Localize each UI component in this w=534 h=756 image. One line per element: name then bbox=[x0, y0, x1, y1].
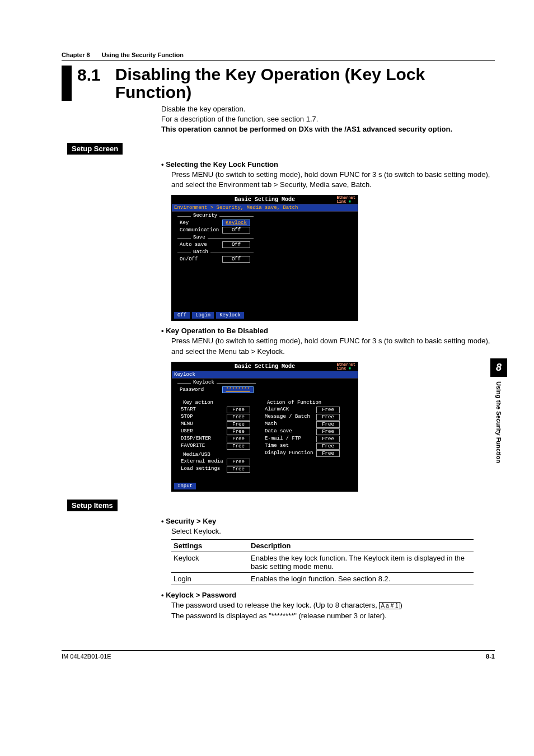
bullet-body: Select Keylock. bbox=[171, 526, 495, 537]
ss2-row-password: Password ******** bbox=[177, 386, 256, 393]
running-header: Chapter 8 Using the Security Function bbox=[62, 52, 495, 61]
footer-doc-id: IM 04L42B01-01E bbox=[62, 653, 111, 660]
table-row: Login Enables the login function. See se… bbox=[171, 572, 474, 585]
side-tab-number: 8 bbox=[490, 358, 507, 377]
setup-items-heading: Setup Items bbox=[67, 500, 118, 511]
ss2-body: Keylock Password ******** Key action STA… bbox=[172, 379, 358, 481]
section-number: 8.1 bbox=[77, 66, 101, 101]
bullet-body: Press MENU (to switch to setting mode), … bbox=[171, 170, 495, 191]
char-types-icon: A a # 1 bbox=[379, 602, 400, 609]
side-tab-text: Using the Security Function bbox=[495, 381, 502, 463]
ss2-left-col: Key action STARTFree STOPFree MENUFree U… bbox=[177, 398, 250, 473]
ss1-group-batch: Batch On/Off Off bbox=[177, 253, 254, 263]
ss2-softkeys: Input bbox=[172, 481, 358, 491]
th-description: Description bbox=[249, 539, 474, 552]
softkey-input[interactable]: Input bbox=[174, 483, 196, 489]
ethernet-indicator: Ethernet Link ■ bbox=[336, 196, 355, 204]
section-title: Disabling the Key Operation (Key Lock Fu… bbox=[115, 66, 495, 101]
ss1-row-onoff: On/Off Off bbox=[177, 256, 254, 263]
ss1-softkeys: Off Login Keylock bbox=[172, 310, 358, 320]
ss2-group-keylock: Keylock Password ******** bbox=[177, 383, 256, 393]
ss1-breadcrumb: Environment > Security, Media save, Batc… bbox=[172, 204, 358, 212]
side-tab: 8 Using the Security Function bbox=[490, 358, 507, 463]
softkey-login[interactable]: Login bbox=[192, 312, 214, 319]
bullet-keylock-password: Keylock > Password The password used to … bbox=[161, 591, 495, 622]
softkey-off[interactable]: Off bbox=[174, 312, 190, 319]
chapter-title: Using the Security Function bbox=[102, 52, 184, 58]
ss2-breadcrumb: Keylock bbox=[172, 371, 358, 379]
settings-table: Settings Description Keylock Enables the… bbox=[171, 539, 474, 585]
bullet-head: Keylock > Password bbox=[161, 591, 495, 599]
bullet-keyop-disable: Key Operation to Be Disabled Press MENU … bbox=[161, 326, 495, 357]
intro-line2: For a description of the function, see s… bbox=[161, 114, 495, 124]
setup-screen-heading: Setup Screen bbox=[67, 143, 123, 155]
intro-line1: Disable the key operation. bbox=[161, 104, 495, 114]
ethernet-indicator: Ethernet Link ■ bbox=[336, 363, 355, 371]
screenshot-basic-setting-2: Basic Setting Mode Ethernet Link ■ Keylo… bbox=[171, 362, 358, 492]
intro-line3: This operation cannot be performed on DX… bbox=[161, 124, 495, 134]
ss2-right-col: Action of Function AlarmACKFree Message … bbox=[261, 398, 340, 473]
bullet-select-keylock: Selecting the Key Lock Function Press ME… bbox=[161, 160, 495, 191]
bullet-security-key: Security > Key Select Keylock. bbox=[161, 517, 495, 537]
ss1-row-comm: Communication Off bbox=[177, 227, 254, 234]
footer-page-number: 8-1 bbox=[486, 653, 495, 660]
table-row: Keylock Enables the key lock function. T… bbox=[171, 552, 474, 572]
th-settings: Settings bbox=[171, 539, 249, 552]
softkey-keylock[interactable]: Keylock bbox=[216, 312, 244, 319]
bullet-head: Security > Key bbox=[161, 517, 495, 525]
ss2-title: Basic Setting Mode Ethernet Link ■ bbox=[172, 362, 358, 371]
ss1-body: Security Key Keylock Communication Off S… bbox=[172, 212, 358, 310]
page-footer: IM 04L42B01-01E 8-1 bbox=[62, 650, 495, 660]
bullet-body: The password used to release the key loc… bbox=[171, 600, 495, 622]
intro-paragraph: Disable the key operation. For a descrip… bbox=[161, 104, 495, 135]
ss1-row-autosave: Auto save Off bbox=[177, 241, 254, 248]
ss1-group-save: Save Auto save Off bbox=[177, 238, 254, 248]
bullet-head: Key Operation to Be Disabled bbox=[161, 326, 495, 335]
section-heading: 8.1 Disabling the Key Operation (Key Loc… bbox=[62, 66, 495, 101]
ss1-title: Basic Setting Mode Ethernet Link ■ bbox=[172, 195, 358, 204]
heading-bar-icon bbox=[62, 66, 72, 101]
screenshot-basic-setting-1: Basic Setting Mode Ethernet Link ■ Envir… bbox=[171, 195, 358, 321]
ss1-row-key: Key Keylock bbox=[177, 220, 254, 226]
chapter-label: Chapter 8 bbox=[62, 52, 90, 58]
bullet-head: Selecting the Key Lock Function bbox=[161, 160, 495, 169]
bullet-body: Press MENU (to switch to setting mode), … bbox=[171, 336, 495, 357]
ss1-group-security: Security Key Keylock Communication Off bbox=[177, 216, 254, 234]
